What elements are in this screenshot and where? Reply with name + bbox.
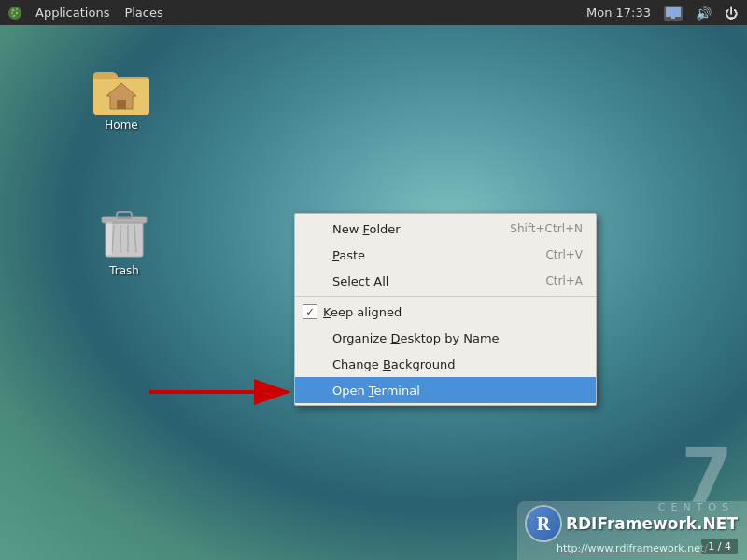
keep-aligned-checkbox[interactable]: ✓ xyxy=(303,304,317,319)
menu-separator-1 xyxy=(295,296,596,297)
svg-rect-11 xyxy=(117,100,126,109)
new-folder-shortcut: Shift+Ctrl+N xyxy=(510,222,583,235)
arrow xyxy=(149,373,299,413)
menu-item-new-folder[interactable]: New Folder Shift+Ctrl+N xyxy=(295,216,596,242)
menu-item-organize-desktop[interactable]: Organize Desktop by Name xyxy=(295,325,596,351)
menu-item-select-all-left: Select All xyxy=(306,274,388,288)
network-icon[interactable] xyxy=(660,0,686,25)
menu-item-keep-aligned[interactable]: ✓ Keep aligned xyxy=(295,299,596,325)
keep-aligned-label: Keep aligned xyxy=(323,305,402,319)
menu-item-change-bg-left: Change Background xyxy=(306,357,455,371)
context-menu: New Folder Shift+Ctrl+N Paste Ctrl+V Sel… xyxy=(294,213,597,406)
select-all-shortcut: Ctrl+A xyxy=(545,274,583,287)
paste-shortcut: Ctrl+V xyxy=(545,248,583,261)
page-indicator: 1 / 4 xyxy=(701,539,738,554)
rdi-name: RDIFramework.NET xyxy=(566,514,738,533)
menu-item-open-terminal[interactable]: Open Terminal xyxy=(295,377,596,403)
rdi-url: http://www.rdiframework.net/ xyxy=(557,542,708,554)
svg-point-0 xyxy=(8,7,21,20)
svg-rect-19 xyxy=(106,222,112,255)
select-all-label: Select All xyxy=(332,274,388,288)
svg-point-5 xyxy=(13,14,16,17)
menu-item-organize-left: Organize Desktop by Name xyxy=(306,331,500,345)
volume-icon[interactable]: 🔊 xyxy=(692,0,715,25)
top-panel: Applications Places Mon 17:33 🔊 ⏻ xyxy=(0,0,747,25)
places-menu[interactable]: Places xyxy=(117,0,170,25)
menu-item-terminal-left: Open Terminal xyxy=(306,384,420,398)
organize-label: Organize Desktop by Name xyxy=(332,331,500,345)
svg-point-4 xyxy=(16,11,18,13)
trash-label: Trash xyxy=(109,264,139,277)
menu-item-change-background[interactable]: Change Background xyxy=(295,351,596,377)
svg-point-1 xyxy=(12,8,15,11)
desktop: Applications Places Mon 17:33 🔊 ⏻ xyxy=(0,0,747,560)
panel-left: Applications Places xyxy=(6,0,583,25)
menu-item-select-all[interactable]: Select All Ctrl+A xyxy=(295,268,596,294)
svg-point-3 xyxy=(11,12,13,14)
new-folder-label: New Folder xyxy=(332,222,401,236)
menu-item-paste[interactable]: Paste Ctrl+V xyxy=(295,242,596,268)
power-icon[interactable]: ⏻ xyxy=(721,0,741,25)
home-icon[interactable]: Home xyxy=(84,61,159,135)
open-terminal-label: Open Terminal xyxy=(332,384,420,398)
svg-point-2 xyxy=(16,8,18,10)
trash-icon-container[interactable]: Trash xyxy=(87,201,162,281)
rdi-logo-circle: R xyxy=(527,507,560,540)
change-bg-label: Change Background xyxy=(332,357,455,371)
gnome-icon xyxy=(6,4,24,22)
svg-rect-9 xyxy=(671,15,675,19)
paste-label: Paste xyxy=(332,248,365,262)
home-label: Home xyxy=(105,119,137,132)
clock: Mon 17:33 xyxy=(583,0,655,25)
panel-right: Mon 17:33 🔊 ⏻ xyxy=(583,0,741,25)
applications-menu[interactable]: Applications xyxy=(28,0,117,25)
menu-item-keep-aligned-left: ✓ Keep aligned xyxy=(303,304,402,319)
menu-item-new-folder-left: New Folder xyxy=(306,222,401,236)
menu-item-paste-left: Paste xyxy=(306,248,365,262)
